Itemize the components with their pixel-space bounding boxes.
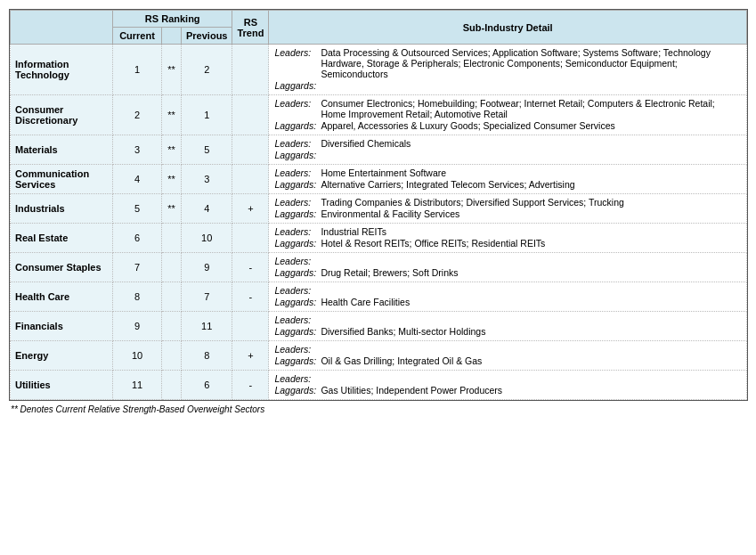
- leaders-label: Leaders:: [274, 47, 321, 58]
- sub-industry-cell: Leaders:Consumer Electronics; Homebuildi…: [269, 95, 747, 135]
- sub-industry-cell: Leaders:Laggards:Diversified Banks; Mult…: [269, 312, 747, 341]
- laggards-content: Hotel & Resort REITs; Office REITs; Resi…: [321, 238, 545, 249]
- laggards-content: Oil & Gas Drilling; Integrated Oil & Gas: [321, 355, 482, 366]
- leaders-content: Home Entertainment Software: [321, 167, 446, 178]
- trend-cell: -: [232, 371, 269, 400]
- previous-rank-cell: 8: [182, 341, 232, 371]
- laggards-label: Laggards:: [274, 80, 321, 91]
- previous-rank-cell: 5: [182, 135, 232, 165]
- stars-cell: **: [162, 194, 182, 224]
- table-row: Financials911Leaders:Laggards:Diversifie…: [11, 312, 747, 341]
- table-row: Materials3**5Leaders:Diversified Chemica…: [11, 135, 747, 165]
- laggards-content: Diversified Banks; Multi-sector Holdings: [321, 326, 485, 337]
- stars-cell: [162, 371, 182, 400]
- previous-rank-cell: 2: [182, 45, 232, 95]
- sector-name-cell: Utilities: [11, 371, 113, 400]
- current-rank-cell: 1: [113, 45, 162, 95]
- rs-ranking-header: RS Ranking: [113, 11, 232, 28]
- laggards-label: Laggards:: [274, 179, 321, 190]
- laggards-label: Laggards:: [274, 120, 321, 131]
- table-row: InformationTechnology1**2Leaders:Data Pr…: [11, 45, 747, 95]
- previous-rank-cell: 7: [182, 282, 232, 312]
- sector-name-cell: InformationTechnology: [11, 45, 113, 95]
- laggards-label: Laggards:: [274, 355, 321, 366]
- sub-industry-cell: Leaders:Industrial REITsLaggards:Hotel &…: [269, 224, 747, 253]
- leaders-content: Industrial REITs: [321, 226, 386, 237]
- sub-industry-cell: Leaders:Laggards:Oil & Gas Drilling; Int…: [269, 341, 747, 371]
- table-row: Industrials5**4+Leaders:Trading Companie…: [11, 194, 747, 224]
- leaders-content: Data Processing & Outsourced Services; A…: [321, 47, 741, 79]
- leaders-label: Leaders:: [274, 344, 321, 355]
- leaders-label: Leaders:: [274, 256, 321, 266]
- previous-rank-cell: 6: [182, 371, 232, 400]
- stars-cell: **: [162, 95, 182, 135]
- sector-name-cell: Energy: [11, 341, 113, 371]
- table-row: Consumer Staples79-Leaders:Laggards:Drug…: [11, 253, 747, 282]
- footnote: ** Denotes Current Relative Strength-Bas…: [9, 401, 747, 418]
- laggards-content: Gas Utilities; Independent Power Produce…: [321, 385, 502, 396]
- current-rank-cell: 4: [113, 165, 162, 194]
- laggards-content: Apparel, Accessories & Luxury Goods; Spe…: [321, 120, 614, 131]
- leaders-content: Trading Companies & Distributors; Divers…: [321, 197, 623, 208]
- stars-cell: **: [162, 45, 182, 95]
- previous-rank-cell: 9: [182, 253, 232, 282]
- laggards-content: Health Care Facilities: [321, 297, 410, 307]
- rs-trend-header: RS Trend: [232, 11, 269, 45]
- laggards-content: Alternative Carriers; Integrated Telecom…: [321, 179, 574, 190]
- laggards-label: Laggards:: [274, 150, 321, 160]
- stars-cell: [162, 312, 182, 341]
- main-table-wrapper: RS Ranking RS Trend Sub-Industry Detail …: [9, 9, 748, 401]
- laggards-content: Drug Retail; Brewers; Soft Drinks: [321, 267, 458, 278]
- sub-industry-cell: Leaders:Diversified ChemicalsLaggards:: [269, 135, 747, 165]
- trend-cell: [232, 165, 269, 194]
- laggards-label: Laggards:: [274, 208, 321, 219]
- trend-cell: [232, 45, 269, 95]
- sub-industry-cell: Leaders:Laggards:Gas Utilities; Independ…: [269, 371, 747, 400]
- sub-industry-cell: Leaders:Laggards:Health Care Facilities: [269, 282, 747, 312]
- table-row: Real Estate610Leaders:Industrial REITsLa…: [11, 224, 747, 253]
- stars-header: [162, 28, 182, 45]
- laggards-label: Laggards:: [274, 297, 321, 307]
- leaders-label: Leaders:: [274, 98, 321, 109]
- previous-header: Previous: [182, 28, 232, 45]
- sector-name-cell: Industrials: [11, 194, 113, 224]
- current-rank-cell: 2: [113, 95, 162, 135]
- trend-cell: [232, 95, 269, 135]
- table-row: ConsumerDiscretionary2**1Leaders:Consume…: [11, 95, 747, 135]
- leaders-label: Leaders:: [274, 138, 321, 149]
- sector-name-cell: ConsumerDiscretionary: [11, 95, 113, 135]
- leaders-label: Leaders:: [274, 285, 321, 296]
- leaders-label: Leaders:: [274, 197, 321, 208]
- stars-cell: [162, 253, 182, 282]
- trend-cell: [232, 312, 269, 341]
- leaders-content: Consumer Electronics; Homebuilding; Foot…: [321, 98, 741, 119]
- sector-name-cell: Financials: [11, 312, 113, 341]
- current-rank-cell: 6: [113, 224, 162, 253]
- current-rank-cell: 8: [113, 282, 162, 312]
- sector-name-cell: Materials: [11, 135, 113, 165]
- sub-industry-header: Sub-Industry Detail: [269, 11, 747, 45]
- stars-cell: [162, 224, 182, 253]
- leaders-label: Leaders:: [274, 167, 321, 178]
- sector-name-cell: CommunicationServices: [11, 165, 113, 194]
- sub-industry-cell: Leaders:Trading Companies & Distributors…: [269, 194, 747, 224]
- previous-rank-cell: 4: [182, 194, 232, 224]
- sector-name-cell: Consumer Staples: [11, 253, 113, 282]
- sector-name-cell: Health Care: [11, 282, 113, 312]
- leaders-label: Leaders:: [274, 373, 321, 384]
- previous-rank-cell: 10: [182, 224, 232, 253]
- laggards-label: Laggards:: [274, 238, 321, 249]
- previous-rank-cell: 3: [182, 165, 232, 194]
- trend-cell: [232, 135, 269, 165]
- previous-rank-cell: 1: [182, 95, 232, 135]
- table-row: Health Care87-Leaders:Laggards:Health Ca…: [11, 282, 747, 312]
- leaders-label: Leaders:: [274, 226, 321, 237]
- table-row: Utilities116-Leaders:Laggards:Gas Utilit…: [11, 371, 747, 400]
- laggards-label: Laggards:: [274, 385, 321, 396]
- table-row: CommunicationServices4**3Leaders:Home En…: [11, 165, 747, 194]
- leaders-content: Diversified Chemicals: [321, 138, 411, 149]
- current-rank-cell: 11: [113, 371, 162, 400]
- laggards-label: Laggards:: [274, 267, 321, 278]
- sub-industry-cell: Leaders:Home Entertainment SoftwareLagga…: [269, 165, 747, 194]
- current-rank-cell: 10: [113, 341, 162, 371]
